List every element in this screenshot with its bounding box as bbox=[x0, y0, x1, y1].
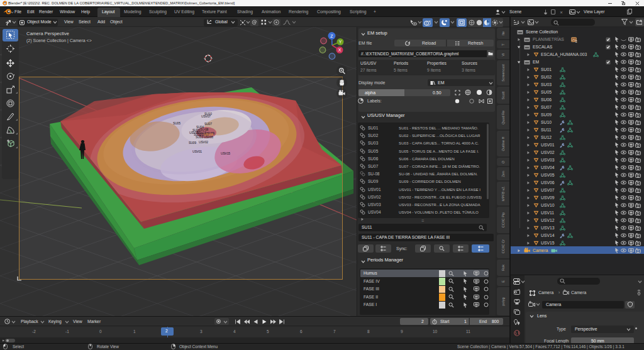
svg-text:Y: Y bbox=[339, 40, 342, 44]
svg-text:Z: Z bbox=[330, 34, 333, 38]
svg-text:X: X bbox=[338, 48, 341, 52]
